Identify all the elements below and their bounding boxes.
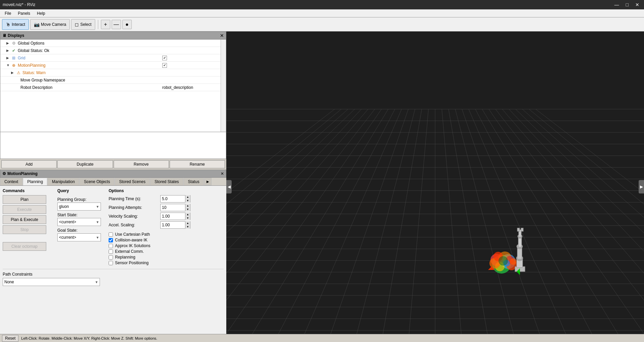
move-camera-button[interactable]: 📷 Move Camera xyxy=(30,19,70,30)
grid-checkbox[interactable]: ✔ xyxy=(162,56,167,60)
maximize-button[interactable]: □ xyxy=(624,1,631,8)
path-constraints-section: Path Constraints None ▼ xyxy=(3,269,224,286)
displays-empty-area xyxy=(0,132,226,159)
velocity-scaling-down[interactable]: ▼ xyxy=(185,216,190,220)
tab-stored-states[interactable]: Stored States xyxy=(150,178,183,185)
replanning-row: Replanning xyxy=(109,255,224,260)
displays-header: 🖥 Displays ✕ xyxy=(0,32,226,40)
collision-aware-row: Collision-aware IK xyxy=(109,238,224,242)
execute-button[interactable]: Execute xyxy=(3,205,46,214)
planning-group-select[interactable]: gluon ▼ xyxy=(57,203,101,211)
planning-group-arrow: ▼ xyxy=(96,205,99,209)
clear-octomap-button[interactable]: Clear octomap xyxy=(3,242,46,251)
replanning-label[interactable]: Replanning xyxy=(115,255,135,260)
planning-attempts-input[interactable]: ▲ ▼ xyxy=(160,204,190,211)
planning-time-up[interactable]: ▲ xyxy=(185,195,190,199)
displays-buttons: Add Duplicate Remove Rename xyxy=(0,159,226,170)
interact-button[interactable]: 🖱 Interact xyxy=(2,19,29,30)
plan-execute-button[interactable]: Plan & Execute xyxy=(3,215,46,224)
accel-scaling-spinner: ▲ ▼ xyxy=(185,221,190,229)
goal-state-value: <current> xyxy=(59,235,96,240)
close-button[interactable]: ✕ xyxy=(633,1,641,8)
toolbar-separator xyxy=(98,20,98,29)
cartesian-path-checkbox[interactable] xyxy=(109,232,113,237)
velocity-scaling-input[interactable]: ▲ ▼ xyxy=(160,213,190,220)
robot-visualization xyxy=(476,215,550,288)
planning-time-down[interactable]: ▼ xyxy=(185,199,190,203)
label-grid: Grid xyxy=(18,56,162,60)
arrow-global-options[interactable]: ▶ xyxy=(6,41,11,45)
window-controls[interactable]: — □ ✕ xyxy=(612,1,641,8)
remove-button[interactable]: Remove xyxy=(114,160,169,168)
arrow-global-status[interactable]: ▶ xyxy=(6,49,11,52)
velocity-scaling-up[interactable]: ▲ xyxy=(185,213,190,216)
collapse-left-arrow[interactable]: ◀ xyxy=(226,180,232,193)
dot-button[interactable]: ● xyxy=(122,20,132,29)
external-comm-label[interactable]: External Comm. xyxy=(115,249,144,254)
check-icon: ✔ xyxy=(11,48,16,53)
menu-help[interactable]: Help xyxy=(34,10,49,16)
displays-scrollbar[interactable] xyxy=(221,40,226,132)
motion-planning-checkbox[interactable]: ✔ xyxy=(162,63,167,68)
stop-button[interactable]: Stop xyxy=(3,225,46,234)
arrow-grid[interactable]: ▶ xyxy=(6,56,11,60)
arrow-motion-planning[interactable]: ▼ xyxy=(6,63,11,67)
accel-scaling-row: Accel. Scaling: ▲ ▼ xyxy=(109,221,224,229)
velocity-scaling-field[interactable] xyxy=(161,214,185,219)
planning-attempts-up[interactable]: ▲ xyxy=(185,204,190,208)
accel-scaling-input[interactable]: ▲ ▼ xyxy=(160,221,190,229)
add-display-button[interactable]: Add xyxy=(1,160,57,168)
planning-attempts-field[interactable] xyxy=(161,205,185,210)
tab-context[interactable]: Context xyxy=(0,178,22,185)
external-comm-checkbox[interactable] xyxy=(109,249,113,254)
interact-icon: 🖱 xyxy=(6,22,10,27)
planning-attempts-spinner: ▲ ▼ xyxy=(185,204,190,211)
planning-group-label: Planning Group: xyxy=(57,197,106,202)
collision-aware-label[interactable]: Collision-aware IK xyxy=(115,238,148,242)
tab-manipulation[interactable]: Manipulation xyxy=(48,178,79,185)
sensor-positioning-label[interactable]: Sensor Positioning xyxy=(115,261,149,265)
motion-close-button[interactable]: ✕ xyxy=(221,171,224,176)
viewport-panel[interactable]: ◀ ▶ CSDN @夏毛豆xiAmAod📷 xyxy=(226,32,644,342)
gear-icon: ⚙ xyxy=(11,41,16,46)
tab-scene-objects[interactable]: Scene Objects xyxy=(79,178,114,185)
arrow-status-warn[interactable]: ▶ xyxy=(11,71,16,74)
menu-panels[interactable]: Panels xyxy=(14,10,34,16)
start-state-select[interactable]: <current> ▼ xyxy=(57,218,101,226)
cartesian-path-label[interactable]: Use Cartesian Path xyxy=(115,232,150,237)
path-constraints-select[interactable]: None ▼ xyxy=(3,278,100,286)
planning-attempts-down[interactable]: ▼ xyxy=(185,208,190,211)
planning-group-value: gluon xyxy=(59,204,96,209)
velocity-scaling-spinner: ▲ ▼ xyxy=(185,213,190,220)
approx-ik-label[interactable]: Approx IK Solutions xyxy=(115,243,150,248)
tab-planning[interactable]: Planning xyxy=(23,178,47,186)
accel-scaling-down[interactable]: ▼ xyxy=(185,225,190,229)
plan-button[interactable]: Plan xyxy=(3,195,46,204)
select-button[interactable]: ◻ Select xyxy=(71,19,95,30)
planning-time-input[interactable]: ▲ ▼ xyxy=(160,195,190,203)
minimize-button[interactable]: — xyxy=(612,1,621,8)
replanning-checkbox[interactable] xyxy=(109,255,113,260)
goal-state-select[interactable]: <current> ▼ xyxy=(57,233,101,241)
displays-close-button[interactable]: ✕ xyxy=(220,33,224,38)
add-button[interactable]: + xyxy=(101,20,110,29)
menu-file[interactable]: File xyxy=(1,10,14,16)
collapse-right-arrow[interactable]: ▶ xyxy=(639,180,644,193)
planning-time-field[interactable] xyxy=(161,196,185,201)
duplicate-button[interactable]: Duplicate xyxy=(57,160,113,168)
reset-button[interactable]: Reset xyxy=(2,335,18,342)
main-content: 🖥 Displays ✕ ▶ ⚙ Global Options xyxy=(0,32,644,342)
sensor-positioning-checkbox[interactable] xyxy=(109,261,113,265)
motion-planning-panel: ⚙ MotionPlanning ✕ Context Planning Mani… xyxy=(0,170,226,342)
tab-stored-scenes[interactable]: Stored Scenes xyxy=(115,178,150,185)
accel-scaling-field[interactable] xyxy=(161,223,185,227)
accel-scaling-up[interactable]: ▲ xyxy=(185,221,190,225)
rename-button[interactable]: Rename xyxy=(170,160,225,168)
menubar: File Panels Help xyxy=(0,9,644,17)
minus-button[interactable]: — xyxy=(112,20,121,29)
collision-aware-checkbox[interactable] xyxy=(109,238,113,242)
tab-more-arrow[interactable]: ▶ xyxy=(204,178,212,185)
approx-ik-checkbox[interactable] xyxy=(109,244,113,248)
tab-status[interactable]: Status xyxy=(184,178,204,185)
tree-row: ▶ ⚙ Global Options xyxy=(2,41,219,46)
